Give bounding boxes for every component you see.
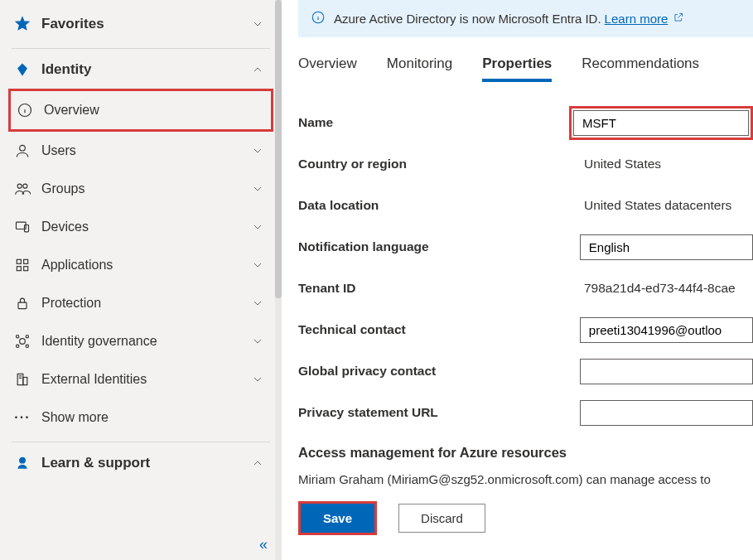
globalprivacy-label: Global privacy contact xyxy=(298,364,580,379)
privacyurl-label: Privacy statement URL xyxy=(298,405,580,420)
tab-bar: Overview Monitoring Properties Recommend… xyxy=(298,37,753,82)
sidebar-item-applications[interactable]: Applications xyxy=(8,246,273,284)
divider xyxy=(12,48,270,49)
techcontact-label: Technical contact xyxy=(298,322,580,337)
chevron-down-icon xyxy=(249,180,267,198)
diamond-icon xyxy=(13,60,31,79)
grid-icon xyxy=(13,256,31,274)
devices-icon xyxy=(13,218,31,236)
svg-rect-7 xyxy=(25,225,29,232)
notificationlang-input[interactable] xyxy=(580,234,753,260)
chevron-down-icon xyxy=(249,370,267,389)
svg-rect-19 xyxy=(23,378,27,385)
name-highlight xyxy=(569,106,753,140)
collapse-sidebar-button[interactable]: « xyxy=(259,536,265,553)
info-banner: Azure Active Directory is now Microsoft … xyxy=(298,0,753,37)
sidebar-item-label: Identity governance xyxy=(41,334,249,349)
svg-rect-10 xyxy=(17,267,21,271)
save-highlight: Save xyxy=(298,501,377,535)
svg-point-16 xyxy=(17,345,19,347)
sidebar-item-users[interactable]: Users xyxy=(8,132,273,170)
chevron-up-icon xyxy=(249,60,267,79)
sidebar-item-protection[interactable]: Protection xyxy=(8,284,273,322)
svg-point-14 xyxy=(17,336,19,338)
chevron-down-icon xyxy=(249,15,267,33)
sidebar-header-learn-support[interactable]: Learn & support xyxy=(8,444,273,482)
name-input[interactable] xyxy=(573,110,749,136)
datalocation-label: Data location xyxy=(298,198,584,213)
chevron-down-icon xyxy=(249,142,267,160)
svg-point-3 xyxy=(20,145,26,151)
headset-icon xyxy=(13,454,31,472)
sidebar-item-label: Devices xyxy=(41,220,249,234)
chevron-down-icon xyxy=(249,218,267,236)
governance-icon xyxy=(13,332,31,350)
external-link-icon xyxy=(673,12,684,26)
chevron-down-icon xyxy=(249,332,267,350)
svg-point-15 xyxy=(26,336,28,338)
sidebar-header-favorites[interactable]: Favorites xyxy=(8,5,273,43)
tenantid-label: Tenant ID xyxy=(298,281,584,296)
ellipsis-icon: ··· xyxy=(13,408,31,427)
svg-rect-11 xyxy=(24,267,28,271)
svg-point-4 xyxy=(17,184,22,188)
svg-point-22 xyxy=(20,457,26,463)
star-icon xyxy=(13,15,31,33)
building-icon xyxy=(13,370,31,389)
sidebar-item-label: External Identities xyxy=(41,372,249,387)
learn-label: Learn & support xyxy=(41,455,249,471)
sidebar-item-label: Groups xyxy=(41,181,249,196)
svg-point-17 xyxy=(26,345,28,347)
sidebar-item-label: Protection xyxy=(41,296,249,311)
sidebar-item-label: Users xyxy=(41,143,249,158)
sidebar-item-show-more[interactable]: ··· Show more xyxy=(8,398,273,437)
sidebar: Favorites Identity Overview xyxy=(0,0,282,560)
info-circle-icon xyxy=(16,101,34,119)
tab-overview[interactable]: Overview xyxy=(298,56,357,82)
properties-form: Name Country or region United States Dat… xyxy=(298,82,753,535)
discard-button[interactable]: Discard xyxy=(398,504,485,533)
name-label: Name xyxy=(298,115,569,130)
country-label: Country or region xyxy=(298,157,584,171)
info-circle-icon xyxy=(311,10,326,27)
favorites-label: Favorites xyxy=(41,16,249,32)
lock-icon xyxy=(13,294,31,312)
chevron-down-icon xyxy=(249,294,267,312)
banner-learn-more-link[interactable]: Learn more xyxy=(605,12,669,26)
sidebar-item-label: Overview xyxy=(44,103,264,118)
globalprivacy-input[interactable] xyxy=(580,359,753,384)
svg-rect-8 xyxy=(17,259,21,263)
sidebar-scrollbar-thumb[interactable] xyxy=(275,0,282,298)
sidebar-item-overview[interactable]: Overview xyxy=(8,89,273,132)
tab-recommendations[interactable]: Recommendations xyxy=(582,56,699,82)
tenantid-value: 798a21d4-ed73-44f4-8cae xyxy=(584,281,736,296)
chevron-down-icon xyxy=(249,256,267,274)
access-description: Miriam Graham (MiriamG@szg52.onmicrosoft… xyxy=(298,472,753,486)
sidebar-item-label: Show more xyxy=(41,410,267,425)
banner-text: Azure Active Directory is now Microsoft … xyxy=(334,12,601,26)
datalocation-value: United States datacenters xyxy=(584,198,731,213)
privacyurl-input[interactable] xyxy=(580,400,753,426)
divider xyxy=(12,442,270,442)
tab-monitoring[interactable]: Monitoring xyxy=(387,56,452,82)
sidebar-header-identity[interactable]: Identity xyxy=(8,51,273,89)
identity-label: Identity xyxy=(41,61,249,78)
svg-rect-9 xyxy=(24,259,28,263)
sidebar-item-identity-governance[interactable]: Identity governance xyxy=(8,322,273,360)
save-button[interactable]: Save xyxy=(301,504,374,533)
svg-point-5 xyxy=(23,184,27,188)
tab-properties[interactable]: Properties xyxy=(482,56,552,82)
main-content: Azure Active Directory is now Microsoft … xyxy=(282,0,753,560)
notificationlang-label: Notification language xyxy=(298,239,580,254)
button-row: Save Discard xyxy=(298,501,753,535)
svg-point-13 xyxy=(20,339,26,345)
sidebar-item-label: Applications xyxy=(41,258,249,273)
techcontact-input[interactable] xyxy=(580,317,753,343)
sidebar-item-groups[interactable]: Groups xyxy=(8,170,273,208)
sidebar-item-devices[interactable]: Devices xyxy=(8,208,273,246)
sidebar-item-external-identities[interactable]: External Identities xyxy=(8,360,273,398)
chevron-up-icon xyxy=(249,454,267,472)
access-section-title: Access management for Azure resources xyxy=(298,445,753,461)
people-icon xyxy=(13,180,31,198)
svg-rect-12 xyxy=(18,302,27,309)
